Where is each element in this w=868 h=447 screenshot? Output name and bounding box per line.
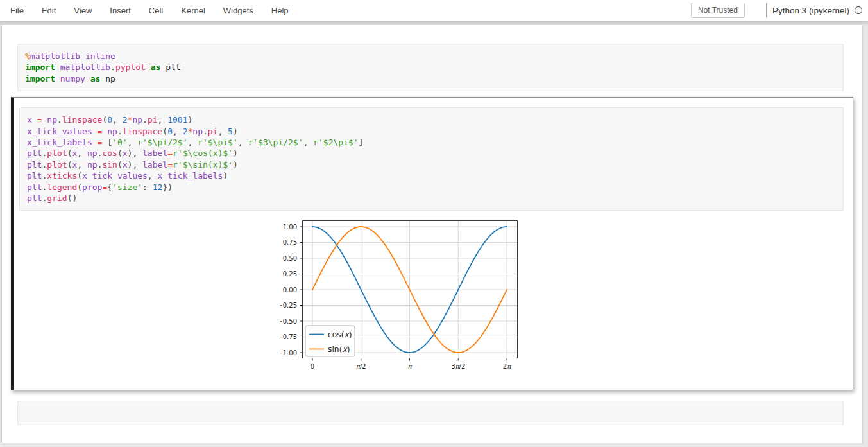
svg-text:π: π	[407, 363, 412, 370]
menu-widgets[interactable]: Widgets	[223, 3, 253, 18]
menu-edit[interactable]: Edit	[42, 3, 56, 18]
svg-text:0.25: 0.25	[283, 271, 297, 278]
svg-text:−0.25: −0.25	[280, 302, 297, 310]
menubar-right: Not Trusted Python 3 (ipykernel)	[691, 3, 864, 18]
menu-help[interactable]: Help	[271, 3, 289, 18]
menu: File Edit View Insert Cell Kernel Widget…	[0, 3, 289, 18]
code-cell-imports: %matplotlib inline import matplotlib.pyp…	[2, 25, 862, 91]
svg-text:sin(x): sin(x)	[328, 345, 350, 354]
svg-text:2π: 2π	[503, 363, 511, 370]
svg-text:−0.50: −0.50	[280, 318, 297, 325]
svg-text:0.00: 0.00	[283, 286, 297, 294]
menu-cell[interactable]: Cell	[149, 3, 163, 18]
svg-text:−0.75: −0.75	[280, 334, 297, 341]
menu-view[interactable]: View	[74, 3, 92, 18]
kernel-idle-icon	[855, 6, 862, 14]
code-editor[interactable]: x = np.linspace(0, 2*np.pi, 1001) x_tick…	[19, 107, 844, 211]
code-cell-plot-selected[interactable]: x = np.linspace(0, 2*np.pi, 1001) x_tick…	[11, 97, 853, 390]
svg-text:π/2: π/2	[356, 363, 366, 370]
svg-text:cos(x): cos(x)	[328, 330, 352, 339]
svg-text:1.00: 1.00	[283, 224, 297, 231]
code-text: x = np.linspace(0, 2*np.pi, 1001) x_tick…	[27, 114, 836, 204]
code-text: %matplotlib inline import matplotlib.pyp…	[25, 51, 836, 84]
trust-badge[interactable]: Not Trusted	[691, 3, 745, 18]
notebook-page: %matplotlib inline import matplotlib.pyp…	[1, 25, 863, 443]
notebook-menubar: File Edit View Insert Cell Kernel Widget…	[0, 0, 868, 21]
menu-insert[interactable]: Insert	[110, 3, 131, 18]
matplotlib-figure: 0π/2π3π/22π1.000.750.500.250.00−0.25−0.5…	[280, 215, 524, 377]
svg-text:0.50: 0.50	[283, 255, 297, 262]
code-editor[interactable]	[17, 401, 844, 425]
kernel-name: Python 3 (ipykernel)	[772, 6, 849, 15]
code-cell-empty	[2, 390, 862, 425]
svg-text:−1.00: −1.00	[280, 349, 297, 356]
svg-text:0: 0	[311, 363, 314, 370]
svg-text:3π/2: 3π/2	[451, 363, 465, 370]
svg-text:0.75: 0.75	[283, 240, 297, 247]
code-editor[interactable]: %matplotlib inline import matplotlib.pyp…	[17, 44, 844, 91]
divider	[766, 3, 767, 17]
cell-output: 0π/2π3π/22π1.000.750.500.250.00−0.25−0.5…	[280, 215, 844, 380]
menu-file[interactable]: File	[10, 3, 24, 18]
menu-kernel[interactable]: Kernel	[181, 3, 205, 18]
